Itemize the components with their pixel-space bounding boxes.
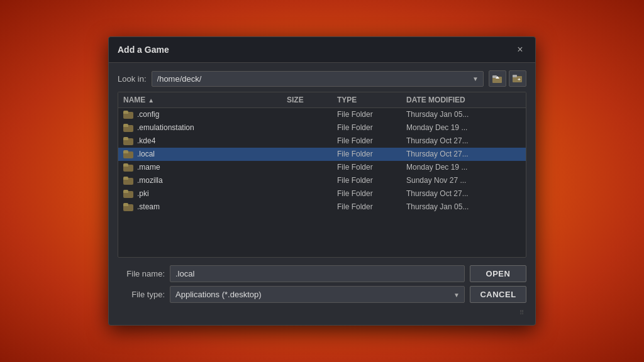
filetype-row: File type: Applications (*.desktop) CANC… (118, 286, 526, 303)
resize-dots: ⠿ (519, 309, 524, 316)
file-date-cell: Thursday Jan 05... (401, 110, 526, 119)
file-date-cell: Thursday Oct 27... (401, 189, 526, 198)
titlebar: Add a Game × (109, 37, 535, 63)
file-type-cell: File Folder (332, 136, 401, 145)
file-type-cell: File Folder (332, 189, 401, 198)
file-type-cell: File Folder (332, 163, 401, 172)
file-type-cell: File Folder (332, 150, 401, 158)
svg-rect-3 (513, 75, 517, 77)
col-header-size[interactable]: SIZE (282, 96, 332, 104)
file-name-cell: .pki (118, 189, 282, 198)
folder-icon (123, 203, 133, 211)
file-name-cell: .mame (118, 163, 282, 172)
filename-row: File name: OPEN (118, 265, 526, 282)
file-date-cell: Sunday Nov 27 ... (401, 176, 526, 185)
file-date-cell: Thursday Oct 27... (401, 150, 526, 158)
file-name-cell: .steam (118, 202, 282, 211)
table-row[interactable]: .local File Folder Thursday Oct 27... (118, 148, 526, 161)
close-button[interactable]: × (514, 43, 526, 56)
folder-icon (123, 124, 133, 132)
table-row[interactable]: .mame File Folder Monday Dec 19 ... (118, 161, 526, 174)
folder-icon (123, 137, 133, 145)
file-date-cell: Thursday Oct 27... (401, 136, 526, 145)
col-header-name[interactable]: NAME ▲ (118, 96, 282, 104)
file-name-cell: .emulationstation (118, 123, 282, 132)
folder-icon (123, 150, 133, 158)
resize-handle: ⠿ (118, 308, 526, 317)
dialog-title: Add a Game (118, 45, 169, 55)
add-game-dialog: Add a Game × Look in: /home/deck/ (108, 36, 536, 326)
file-name-cell: .config (118, 110, 282, 119)
toolbar-icons: + (489, 70, 526, 87)
file-date-cell: Monday Dec 19 ... (401, 123, 526, 132)
new-folder-button[interactable]: + (509, 70, 526, 87)
table-row[interactable]: .kde4 File Folder Thursday Oct 27... (118, 134, 526, 148)
look-in-label: Look in: (118, 74, 147, 84)
table-row[interactable]: .mozilla File Folder Sunday Nov 27 ... (118, 174, 526, 187)
col-header-type[interactable]: TYPE (332, 96, 401, 104)
filetype-select[interactable]: Applications (*.desktop) (170, 286, 465, 303)
look-in-select-wrapper: /home/deck/ (152, 71, 484, 87)
svg-text:+: + (518, 77, 521, 82)
filename-label: File name: (118, 269, 165, 278)
file-type-cell: File Folder (332, 202, 401, 211)
cancel-button[interactable]: CANCEL (470, 286, 526, 303)
file-name-cell: .mozilla (118, 176, 282, 185)
table-row[interactable]: .emulationstation File Folder Monday Dec… (118, 121, 526, 134)
filetype-select-wrapper: Applications (*.desktop) (170, 286, 465, 303)
open-button[interactable]: OPEN (470, 265, 526, 282)
table-row[interactable]: .steam File Folder Thursday Jan 05... (118, 200, 526, 214)
table-row[interactable]: .pki File Folder Thursday Oct 27... (118, 187, 526, 200)
file-type-cell: File Folder (332, 110, 401, 119)
col-header-date[interactable]: DATE MODIFIED (401, 96, 526, 104)
bottom-section: File name: OPEN File type: Applications … (118, 263, 526, 303)
sort-arrow: ▲ (148, 97, 154, 104)
file-date-cell: Monday Dec 19 ... (401, 163, 526, 172)
file-list-header: NAME ▲ SIZE TYPE DATE MODIFIED (118, 92, 526, 108)
folder-icon (123, 177, 133, 185)
svg-rect-1 (492, 75, 497, 78)
folder-up-button[interactable] (489, 70, 506, 87)
file-type-cell: File Folder (332, 176, 401, 185)
file-name-cell: .local (118, 150, 282, 158)
filetype-label: File type: (118, 290, 165, 299)
file-type-cell: File Folder (332, 123, 401, 132)
folder-icon (123, 163, 133, 172)
look-in-row: Look in: /home/deck/ (118, 70, 526, 87)
file-list-container: NAME ▲ SIZE TYPE DATE MODIFIED .config F… (118, 92, 526, 258)
file-list-scroll[interactable]: .config File Folder Thursday Jan 05... .… (118, 108, 526, 257)
filename-input[interactable] (170, 265, 465, 282)
file-name-cell: .kde4 (118, 136, 282, 145)
table-row[interactable]: .config File Folder Thursday Jan 05... (118, 108, 526, 121)
look-in-select[interactable]: /home/deck/ (152, 71, 484, 87)
file-date-cell: Thursday Jan 05... (401, 202, 526, 211)
folder-icon (123, 190, 133, 198)
dialog-body: Look in: /home/deck/ (109, 63, 535, 325)
folder-icon (123, 111, 133, 119)
